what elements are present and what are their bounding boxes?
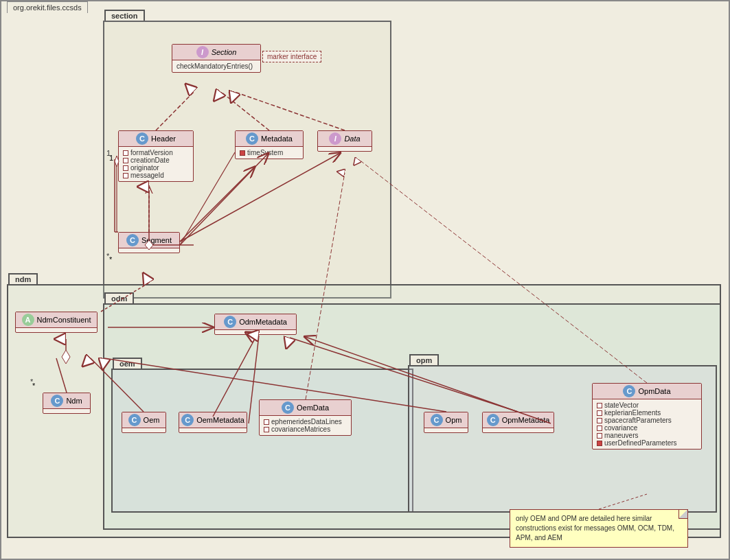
header-icon: C <box>136 132 148 145</box>
oemdata-icon: C <box>282 401 294 414</box>
metadata-name: Metadata <box>261 135 293 143</box>
header-header: C Header <box>119 131 193 147</box>
section-name: Section <box>212 48 237 56</box>
header-body: formatVersion creationDate originator me… <box>119 147 193 181</box>
opmdata-body: stateVector keplerianElements spacecraft… <box>593 399 701 449</box>
opmdata-name: OpmData <box>638 387 670 395</box>
package-tab-main: org.orekit.files.ccsds <box>7 1 88 13</box>
oemmetadata-name: OemMetadata <box>196 416 244 424</box>
segment-header: C Segment <box>119 233 179 248</box>
ndmconstituent-body <box>16 328 97 332</box>
oemmetadata-body <box>179 428 247 432</box>
data-header: I Data <box>318 131 372 147</box>
metadata-icon: C <box>246 132 258 145</box>
opmmetadata-name: OpmMetadata <box>502 416 550 424</box>
data-name: Data <box>344 135 360 143</box>
odmmetadata-body <box>215 330 296 334</box>
ndm-body <box>43 409 90 413</box>
ndmconstituent-icon: A <box>22 314 34 326</box>
ndm-icon: C <box>51 395 63 407</box>
ndmconstituent-name: NdmConstituent <box>37 316 91 324</box>
section-method: checkMandatoryEntries() <box>176 62 256 70</box>
oem-package-label: oem <box>113 358 142 369</box>
oem-icon: C <box>128 414 141 426</box>
opm-body <box>424 428 468 432</box>
data-class: I Data <box>317 130 372 152</box>
opm-name: Opm <box>446 416 462 424</box>
oemdata-header: C OemData <box>260 400 351 416</box>
oemdata-class: C OemData ephemeridesDataLines covarianc… <box>259 399 352 436</box>
note-box: only OEM and OPM are detailed here simil… <box>510 509 688 548</box>
segment-body <box>119 248 179 253</box>
oemdata-name: OemData <box>297 404 329 412</box>
segment-icon: C <box>126 234 139 246</box>
segment-name: Segment <box>141 236 172 244</box>
opm-icon: C <box>431 414 443 426</box>
mult-star-label: * <box>106 252 109 260</box>
header-class: C Header formatVersion creationDate orig… <box>118 130 194 182</box>
ndm-header: C Ndm <box>43 393 90 409</box>
oemdata-body: ephemeridesDataLines covarianceMatrices <box>260 416 351 435</box>
ndmconstituent-class: A NdmConstituent <box>15 312 98 333</box>
header-name: Header <box>151 135 176 143</box>
section-body: checkMandatoryEntries() <box>172 60 260 72</box>
ndm-class: C Ndm <box>43 393 91 414</box>
section-method-text: checkMandatoryEntries() <box>176 62 253 70</box>
ndmconstituent-header: A NdmConstituent <box>16 312 97 328</box>
opmmetadata-class: C OpmMetadata <box>482 412 554 433</box>
opmmetadata-body <box>483 428 554 432</box>
oem-header: C Oem <box>122 412 166 428</box>
opm-class: C Opm <box>424 412 468 433</box>
oem-name: Oem <box>144 416 160 424</box>
data-icon: I <box>329 132 341 145</box>
metadata-body: timeSystem <box>236 147 303 159</box>
mult-1-label: 1 <box>106 149 111 157</box>
oem-body <box>122 428 166 432</box>
multiplicity-star: * <box>109 255 112 264</box>
oemmetadata-class: C OemMetadata <box>179 412 247 433</box>
metadata-header: C Metadata <box>236 131 303 147</box>
opmmetadata-header: C OpmMetadata <box>483 412 554 428</box>
opmdata-class: C OpmData stateVector keplerianElements … <box>592 383 702 450</box>
odmmetadata-name: OdmMetadata <box>239 318 287 326</box>
odmmetadata-header: C OdmMetadata <box>215 314 296 330</box>
opmmetadata-icon: C <box>487 414 499 426</box>
data-body <box>318 147 372 151</box>
odmmetadata-class: C OdmMetadata <box>214 314 297 335</box>
section-package-label: section <box>104 10 145 21</box>
mult-star2-label: * <box>30 377 33 386</box>
oemmetadata-header: C OemMetadata <box>179 412 247 428</box>
oem-package: oem <box>111 369 413 513</box>
oemmetadata-icon: C <box>181 414 194 426</box>
oem-class: C Oem <box>122 412 166 433</box>
odm-package-label: odm <box>104 292 134 303</box>
segment-class: C Segment <box>118 232 180 253</box>
opmdata-icon: C <box>623 385 635 397</box>
odmmetadata-icon: C <box>224 316 236 328</box>
section-icon: I <box>196 46 209 58</box>
section-header: I Section <box>172 45 260 60</box>
opm-header: C Opm <box>424 412 468 428</box>
ndm-package-label: ndm <box>8 273 38 284</box>
marker-interface-label: marker interface <box>262 51 321 62</box>
metadata-class: C Metadata timeSystem <box>235 130 304 159</box>
main-diagram: org.orekit.files.ccsds section ndm odm o… <box>0 0 730 560</box>
ndm-name: Ndm <box>66 397 82 405</box>
section-class: I Section checkMandatoryEntries() <box>172 44 261 73</box>
opmdata-header: C OpmData <box>593 384 701 399</box>
opm-package-label: opm <box>409 354 439 365</box>
